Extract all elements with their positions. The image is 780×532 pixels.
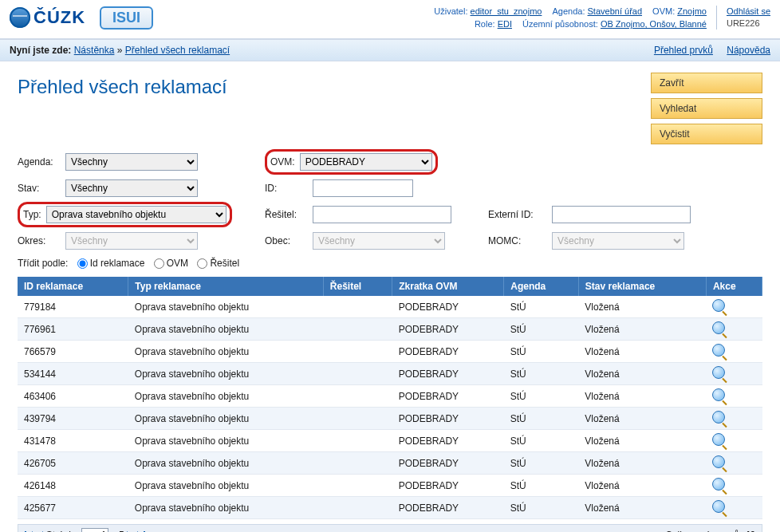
col-5[interactable]: Stav reklamace bbox=[578, 277, 706, 296]
detail-icon[interactable] bbox=[712, 411, 725, 424]
sort-ovm-radio[interactable] bbox=[154, 258, 164, 269]
label-externi: Externí ID: bbox=[488, 209, 552, 220]
resitel-input[interactable] bbox=[313, 206, 451, 223]
momc-select[interactable]: Všechny bbox=[552, 232, 684, 250]
breadcrumb-prefix: Nyní jste zde: bbox=[10, 45, 71, 56]
detail-icon[interactable] bbox=[712, 388, 725, 401]
page-title: Přehled všech reklamací bbox=[18, 76, 227, 98]
col-2[interactable]: Řešitel bbox=[323, 277, 392, 296]
logo-cuzk-text: ČÚZK bbox=[33, 7, 85, 28]
col-1[interactable]: Typ reklamace bbox=[128, 277, 323, 296]
globe-icon bbox=[10, 7, 30, 28]
breadcrumb: Nyní jste zde: Nástěnka » Přehled všech … bbox=[0, 39, 780, 61]
table-row: 779184Oprava stavebního objektuPODEBRADY… bbox=[18, 296, 762, 318]
label-okres: Okres: bbox=[18, 235, 65, 246]
detail-icon[interactable] bbox=[712, 366, 725, 379]
logo-cuzk: ČÚZK bbox=[10, 7, 85, 28]
role-link[interactable]: EDI bbox=[498, 19, 512, 29]
col-3[interactable]: Zkratka OVM bbox=[392, 277, 504, 296]
link-napoveda[interactable]: Nápověda bbox=[727, 45, 770, 56]
detail-icon[interactable] bbox=[712, 478, 725, 491]
detail-icon[interactable] bbox=[712, 500, 725, 513]
table-row: 426705Oprava stavebního objektuPODEBRADY… bbox=[18, 452, 762, 475]
app-header: ČÚZK ISUI Uživatel: editor_stu_znojmo Ag… bbox=[0, 0, 780, 39]
filter-panel: Agenda: Všechny OVM: PODEBRADY Stav: Vše… bbox=[18, 149, 762, 250]
table-row: 766579Oprava stavebního objektuPODEBRADY… bbox=[18, 341, 762, 363]
sort-id-radio[interactable] bbox=[77, 258, 88, 269]
detail-icon[interactable] bbox=[712, 344, 725, 357]
breadcrumb-item-0[interactable]: Nástěnka bbox=[74, 45, 115, 56]
stav-select[interactable]: Všechny bbox=[65, 179, 198, 197]
col-0[interactable]: ID reklamace bbox=[18, 277, 128, 296]
app-id: URE226 bbox=[727, 18, 760, 28]
table-row: 439794Oprava stavebního objektuPODEBRADY… bbox=[18, 408, 762, 430]
label-ovm: OVM: bbox=[270, 156, 295, 167]
externi-input[interactable] bbox=[552, 206, 691, 223]
label-resitel: Řešitel: bbox=[265, 209, 313, 220]
search-button[interactable]: Vyhledat bbox=[651, 98, 762, 119]
user-link[interactable]: editor_stu_znojmo bbox=[471, 6, 542, 16]
obec-select[interactable]: Všechny bbox=[313, 232, 445, 250]
col-6[interactable]: Akce bbox=[706, 277, 762, 296]
region-link[interactable]: OB Znojmo, Onšov, Blanné bbox=[601, 19, 707, 29]
label-typ: Typ: bbox=[23, 209, 41, 220]
ovm-link[interactable]: Znojmo bbox=[677, 6, 707, 16]
agenda-link[interactable]: Stavební úřad bbox=[588, 6, 643, 16]
table-row: 534144Oprava stavebního objektuPODEBRADY… bbox=[18, 363, 762, 385]
detail-icon[interactable] bbox=[712, 433, 725, 446]
results-table: ID reklamaceTyp reklamaceŘešitelZkratka … bbox=[18, 277, 762, 519]
id-input[interactable] bbox=[313, 179, 413, 197]
label-obec: Obec: bbox=[265, 235, 313, 246]
label-stav: Stav: bbox=[18, 183, 65, 194]
table-row: 425677Oprava stavebního objektuPODEBRADY… bbox=[18, 497, 762, 519]
okres-select[interactable]: Všechny bbox=[65, 232, 198, 250]
pager: Stránka z 5 Celkem záznamů: 46 bbox=[18, 524, 762, 532]
sort-label: Třídit podle: bbox=[18, 258, 68, 269]
sort-row: Třídit podle: Id reklamace OVM Řešitel bbox=[18, 258, 762, 269]
close-button[interactable]: Zavřít bbox=[651, 73, 762, 93]
pager-page-input[interactable] bbox=[81, 528, 108, 532]
sort-resitel-radio[interactable] bbox=[197, 258, 207, 269]
link-prehled-prvku[interactable]: Přehled prvků bbox=[654, 45, 713, 56]
detail-icon[interactable] bbox=[712, 299, 725, 312]
ovm-select[interactable]: PODEBRADY bbox=[300, 153, 432, 171]
header-info: Uživatel: editor_stu_znojmo Agenda: Stav… bbox=[426, 5, 707, 30]
ovm-highlight: OVM: PODEBRADY bbox=[265, 149, 438, 175]
label-momc: MOMC: bbox=[488, 235, 552, 246]
typ-select[interactable]: Oprava stavebního objektu bbox=[46, 206, 227, 223]
table-row: 426148Oprava stavebního objektuPODEBRADY… bbox=[18, 475, 762, 497]
table-row: 776961Oprava stavebního objektuPODEBRADY… bbox=[18, 318, 762, 341]
logout-link[interactable]: Odhlásit se bbox=[727, 6, 770, 16]
col-4[interactable]: Agenda bbox=[504, 277, 579, 296]
label-agenda: Agenda: bbox=[18, 156, 65, 167]
detail-icon[interactable] bbox=[712, 321, 725, 334]
logo-isui: ISUI bbox=[100, 6, 153, 30]
label-id: ID: bbox=[265, 183, 313, 194]
table-row: 431478Oprava stavebního objektuPODEBRADY… bbox=[18, 430, 762, 452]
detail-icon[interactable] bbox=[712, 455, 725, 468]
table-row: 463406Oprava stavebního objektuPODEBRADY… bbox=[18, 385, 762, 408]
breadcrumb-item-1[interactable]: Přehled všech reklamací bbox=[125, 45, 230, 56]
clear-button[interactable]: Vyčistit bbox=[651, 124, 762, 144]
typ-highlight: Typ: Oprava stavebního objektu bbox=[18, 202, 232, 227]
agenda-select[interactable]: Všechny bbox=[65, 153, 198, 171]
